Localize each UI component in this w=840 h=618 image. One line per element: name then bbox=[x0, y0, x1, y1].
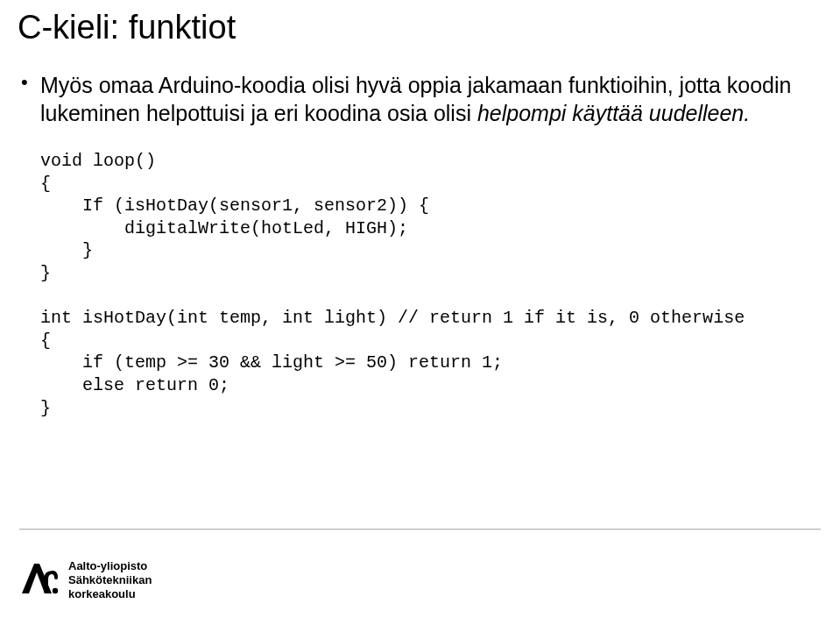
svg-point-0 bbox=[53, 588, 58, 593]
footer-text: Aalto-yliopisto Sähkötekniikan korkeakou… bbox=[68, 559, 152, 602]
slide-content: C-kieli: funktiot Myös omaa Arduino-kood… bbox=[0, 0, 840, 419]
slide-title: C-kieli: funktiot bbox=[18, 9, 822, 46]
aalto-logo bbox=[19, 558, 60, 602]
footer: Aalto-yliopisto Sähkötekniikan korkeakou… bbox=[19, 558, 152, 602]
footer-line2: Sähkötekniikan bbox=[68, 573, 152, 587]
footer-divider bbox=[19, 529, 821, 530]
bullet-item: Myös omaa Arduino-koodia olisi hyvä oppi… bbox=[18, 71, 822, 127]
code-block: void loop() { If (isHotDay(sensor1, sens… bbox=[18, 150, 822, 419]
bullet-text-italic: helpompi käyttää uudelleen. bbox=[477, 101, 750, 125]
footer-line1: Aalto-yliopisto bbox=[68, 559, 152, 573]
bullet-text: Myös omaa Arduino-koodia olisi hyvä oppi… bbox=[40, 71, 822, 127]
footer-line3: korkeakoulu bbox=[68, 587, 152, 601]
aalto-logo-icon bbox=[19, 558, 60, 602]
